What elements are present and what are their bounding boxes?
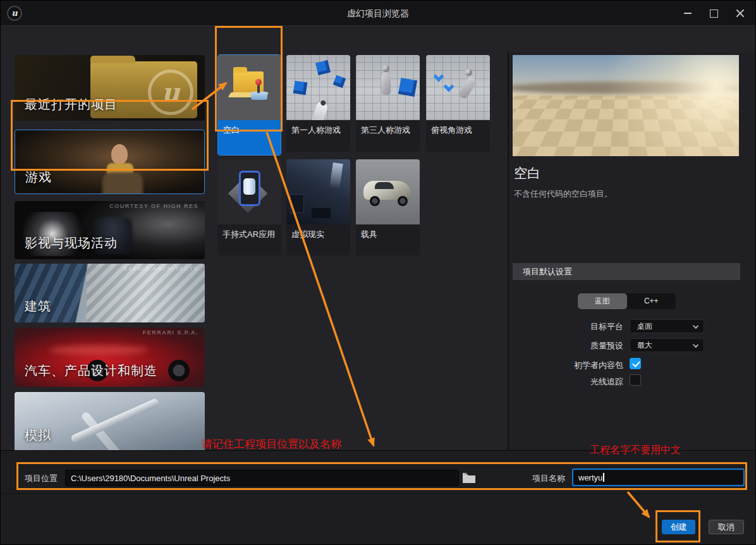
template-label: 载具 xyxy=(356,224,420,245)
mannequin-head xyxy=(465,69,472,76)
sun-glow xyxy=(513,55,739,156)
template-preview-image xyxy=(513,55,739,156)
template-thumbnail xyxy=(218,55,281,120)
template-thumbnail xyxy=(286,55,350,120)
project-location-input[interactable]: C:\Users\29180\Documents\Unreal Projects xyxy=(65,470,459,486)
template-card-top-down[interactable]: 俯视角游戏 xyxy=(426,55,490,152)
text-caret xyxy=(603,473,604,482)
template-label: 虚拟现实 xyxy=(286,224,350,245)
image-credit: COURTESY OF HIGH RES xyxy=(109,203,198,209)
chevron-down-icon xyxy=(693,323,698,329)
project-location-label: 项目位置 xyxy=(25,473,58,484)
template-thumbnail xyxy=(217,159,281,224)
template-card-virtual-reality[interactable]: 虚拟现实 xyxy=(286,159,350,255)
unreal-watermark-icon xyxy=(148,70,193,115)
category-label: 汽车、产品设计和制造 xyxy=(25,362,157,379)
category-label: 模拟 xyxy=(25,427,51,444)
titlebar: 虚幻项目浏览器 xyxy=(1,1,755,26)
template-label: 第一人称游戏 xyxy=(286,120,350,140)
project-defaults-header: 项目默认设置 xyxy=(513,263,740,280)
car-wheel xyxy=(168,360,190,381)
mannequin-body xyxy=(458,76,478,100)
vr-light-shaft xyxy=(329,162,343,189)
image-credit: FERRARI S.P.A. xyxy=(143,329,198,336)
mannequin-head xyxy=(382,65,389,72)
quality-preset-label: 质量预设 xyxy=(513,340,623,352)
starter-content-checkbox[interactable] xyxy=(630,358,641,369)
template-label: 俯视角游戏 xyxy=(426,120,490,140)
template-card-third-person[interactable]: 第三人称游戏 xyxy=(356,55,420,152)
character-portrait xyxy=(111,144,128,164)
main-area: 最近打开的项目 游戏 COURTESY OF HIGH RES 影视与现场活动 … xyxy=(1,27,755,450)
template-label: 第三人称游戏 xyxy=(356,120,420,140)
ar-object xyxy=(243,178,255,195)
blue-cube xyxy=(398,78,417,97)
sidebar-item-simulation[interactable]: 模拟 xyxy=(15,392,205,451)
mannequin-body xyxy=(381,73,391,95)
fps-gun xyxy=(311,101,329,120)
template-thumbnail xyxy=(286,159,350,224)
category-label: 影视与现场活动 xyxy=(25,235,118,252)
tab-cpp[interactable]: C++ xyxy=(627,293,676,309)
create-button[interactable]: 创建 xyxy=(662,520,695,534)
template-thumbnail xyxy=(426,55,490,120)
joystick-ball xyxy=(255,79,262,85)
template-label: 手持式AR应用 xyxy=(217,224,281,245)
quality-preset-dropdown[interactable]: 最大 xyxy=(630,338,704,352)
image-credit: SAFDIE ARCHITECTS xyxy=(123,266,198,272)
target-platform-value: 桌面 xyxy=(637,322,652,331)
template-card-blank[interactable]: 空白 xyxy=(217,54,281,156)
browse-folder-icon[interactable] xyxy=(462,472,476,484)
starter-content-label: 初学者内容包 xyxy=(513,360,623,371)
sidebar-item-architecture[interactable]: SAFDIE ARCHITECTS 建筑 xyxy=(15,264,205,322)
chevron-down-icon xyxy=(693,342,698,348)
sidebar-item-film[interactable]: COURTESY OF HIGH RES 影视与现场活动 xyxy=(15,201,205,259)
blue-arrow xyxy=(434,71,444,82)
project-name-label: 项目名称 xyxy=(532,473,565,484)
car-windshield xyxy=(375,182,394,189)
window-title: 虚幻项目浏览器 xyxy=(1,8,755,20)
footer-separator xyxy=(1,493,755,494)
target-platform-label: 目标平台 xyxy=(513,321,623,333)
project-location-value: C:\Users\29180\Documents\Unreal Projects xyxy=(71,474,230,483)
car-wheel xyxy=(370,196,380,206)
blue-cube xyxy=(293,81,308,95)
sidebar-item-games[interactable]: 游戏 xyxy=(15,130,205,194)
footer-bar: 项目位置 C:\Users\29180\Documents\Unreal Pro… xyxy=(1,450,755,545)
category-label: 游戏 xyxy=(25,169,52,186)
project-name-value: wertyu xyxy=(578,473,602,482)
blue-cube xyxy=(315,60,331,75)
blue-cube xyxy=(333,75,346,89)
target-platform-dropdown[interactable]: 桌面 xyxy=(630,319,704,333)
template-card-handheld-ar[interactable]: 手持式AR应用 xyxy=(217,159,281,255)
template-label: 空白 xyxy=(218,120,281,156)
character-body xyxy=(102,172,143,194)
housing-blocks xyxy=(87,264,205,322)
quality-preset-value: 最大 xyxy=(637,341,652,350)
car-highlight xyxy=(49,345,148,355)
minimize-button[interactable] xyxy=(682,8,693,19)
airplane-fuselage xyxy=(70,398,160,444)
project-name-input[interactable]: wertyu xyxy=(572,468,745,486)
template-thumbnail xyxy=(356,55,420,120)
cancel-button[interactable]: 取消 xyxy=(709,520,744,534)
raytracing-label: 光线追踪 xyxy=(513,376,623,388)
maximize-button[interactable] xyxy=(708,8,719,19)
car-wheel xyxy=(398,196,408,206)
language-segmented-control: 蓝图 C++ xyxy=(578,293,676,309)
category-label: 建筑 xyxy=(25,298,51,315)
unreal-project-browser-window: 虚幻项目浏览器 最近打开的项目 游戏 COURTESY OF HIGH RES … xyxy=(0,0,756,545)
tab-blueprint[interactable]: 蓝图 xyxy=(578,293,627,309)
blue-arrow xyxy=(444,82,454,92)
sidebar-item-recent-projects[interactable]: 最近打开的项目 xyxy=(15,55,205,121)
template-description: 不含任何代码的空白项目。 xyxy=(514,188,613,200)
vr-crate xyxy=(290,194,304,213)
sidebar-item-automotive[interactable]: FERRARI S.P.A. 汽车、产品设计和制造 xyxy=(15,328,205,387)
template-card-vehicle[interactable]: 载具 xyxy=(356,159,420,255)
template-title: 空白 xyxy=(514,164,540,182)
category-label: 最近打开的项目 xyxy=(25,96,118,113)
close-button[interactable] xyxy=(735,8,746,19)
raytracing-checkbox[interactable] xyxy=(630,374,641,386)
vr-crate xyxy=(312,208,331,218)
template-card-first-person[interactable]: 第一人称游戏 xyxy=(286,55,350,152)
